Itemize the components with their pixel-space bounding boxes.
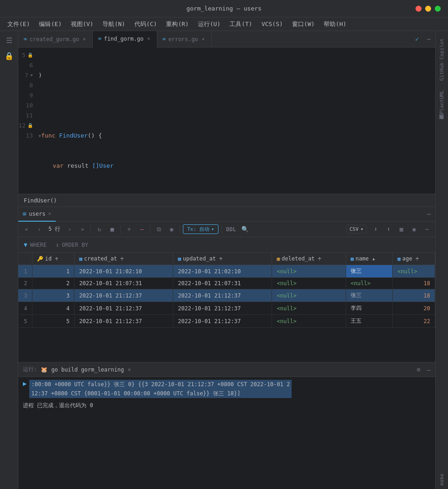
code-line-9: GLOBAL_DB.Where( query: "name = ?", args… xyxy=(38,191,435,192)
main-layout: ☰ 🔒 ∞ created_gorm.go × ∞ find_gorm.go ×… xyxy=(0,31,448,489)
tab-created-gorm[interactable]: ∞ created_gorm.go × xyxy=(18,31,93,48)
sidebar-icon-lock[interactable]: 🔒 xyxy=(2,48,16,63)
table-row[interactable]: 332022-10-01 21:12:372022-10-01 21:12:37… xyxy=(18,289,435,302)
menu-file[interactable]: 文件(E) xyxy=(4,19,33,29)
th-updated-at[interactable]: ▦updated_at ÷ xyxy=(173,253,272,265)
toolbar-more-button[interactable]: ⋯ xyxy=(421,224,432,235)
row-num-cell: 4 xyxy=(18,302,32,315)
code-content[interactable]: ) ▼func FindUser() { var result []User G… xyxy=(38,49,435,192)
menu-view[interactable]: 视图(V) xyxy=(67,19,97,29)
toolbar-sep-4 xyxy=(180,225,180,234)
right-sidebar-plantuml[interactable]: PlantUML xyxy=(437,86,447,118)
minimize-button[interactable] xyxy=(425,5,431,11)
table-row[interactable]: 112022-10-01 21:02:102022-10-01 21:02:10… xyxy=(18,265,435,278)
id-cell: 5 xyxy=(32,315,75,328)
eye-button[interactable]: ◉ xyxy=(166,224,177,235)
tab-icon-3: ∞ xyxy=(163,36,166,42)
right-sidebar-copilot[interactable]: GitHub Copilot xyxy=(437,35,447,85)
row-num-cell: 5 xyxy=(18,315,32,328)
menu-window[interactable]: 窗口(W) xyxy=(288,19,318,29)
menu-tools[interactable]: 工具(T) xyxy=(226,19,256,29)
db-table: 🔑id ÷ ▦created_at ÷ ▦updated_at ÷ ▦delet… xyxy=(18,253,435,328)
duplicate-button[interactable]: ⧉ xyxy=(153,224,164,235)
terminal-settings-icon[interactable]: ⚙ xyxy=(417,366,421,373)
remove-row-button[interactable]: – xyxy=(136,224,147,235)
maximize-button[interactable] xyxy=(435,5,441,11)
line-numbers: 5 🔒 6 7 ▼ 8 9 10 11 12 🔒 13 xyxy=(18,49,38,192)
tx-dropdown[interactable]: Tx: 自动 ▾ xyxy=(183,224,218,234)
table-row[interactable]: 552022-10-01 21:12:372022-10-01 21:12:37… xyxy=(18,315,435,328)
tab-icon-1: ∞ xyxy=(24,36,27,42)
age-cell: 18 xyxy=(393,278,435,289)
db-table-container[interactable]: 🔑id ÷ ▦created_at ÷ ▦updated_at ÷ ▦delet… xyxy=(18,253,435,362)
view-button[interactable]: ◉ xyxy=(409,224,420,235)
name-cell: 张三 xyxy=(346,265,393,278)
code-line-7: ▼func FindUser() { xyxy=(38,131,435,141)
stop-button[interactable]: ■ xyxy=(107,224,117,235)
th-id[interactable]: 🔑id ÷ xyxy=(32,253,75,265)
traffic-lights[interactable] xyxy=(416,5,441,11)
menu-help[interactable]: 帮助(H) xyxy=(320,19,350,29)
tab-close-3[interactable]: × xyxy=(201,35,206,43)
created-at-col-icon: ▦ xyxy=(79,256,82,262)
terminal-output-line-2: 12:37 +0800 CST {0001-01-01 00:00:00 +00… xyxy=(29,389,292,398)
th-name[interactable]: ▦name ▴ xyxy=(346,253,393,265)
nav-last-button[interactable]: » xyxy=(77,224,88,235)
nav-next-button[interactable]: › xyxy=(64,224,75,235)
terminal-cmd-close[interactable]: × xyxy=(128,367,131,373)
ddl-button[interactable]: DDL xyxy=(224,226,238,233)
refresh-button[interactable]: ↻ xyxy=(94,224,105,235)
tab-find-gorm[interactable]: ∞ find_gorm.go × xyxy=(93,31,157,48)
deleted-at-cell: <null> xyxy=(272,302,346,315)
db-tab-close[interactable]: × xyxy=(48,211,51,217)
terminal-minimize-icon[interactable]: – xyxy=(427,366,431,373)
tab-close-1[interactable]: × xyxy=(82,35,87,43)
orderby-filter[interactable]: ↕ ORDER BY xyxy=(56,242,88,248)
id-icon: 🔑 xyxy=(37,256,43,262)
th-deleted-at[interactable]: ▦deleted_at ÷ xyxy=(272,253,346,265)
db-tab-more[interactable]: ⋯ xyxy=(422,211,435,218)
terminal-exit-msg: 进程 已完成，退出代码为 0 xyxy=(23,402,93,409)
table-row[interactable]: 222022-10-01 21:07:312022-10-01 21:07:31… xyxy=(18,278,435,289)
csv-export-button[interactable]: CSV ▾ xyxy=(347,225,367,234)
where-filter[interactable]: ▼ WHERE xyxy=(24,241,47,248)
nav-first-button[interactable]: « xyxy=(21,224,32,235)
editor-tabs: ∞ created_gorm.go × ∞ find_gorm.go × ∞ e… xyxy=(18,31,435,48)
row-num-cell: 2 xyxy=(18,278,32,289)
created-at-cell: 2022-10-01 21:12:37 xyxy=(75,315,173,328)
table-view-button[interactable]: ▦ xyxy=(396,224,407,235)
updated-at-col-icon: ▦ xyxy=(178,256,181,262)
table-row[interactable]: 442022-10-01 21:12:372022-10-01 21:12:37… xyxy=(18,302,435,315)
right-sidebar-db[interactable]: 数据库 xyxy=(437,120,447,127)
created-at-cell: 2022-10-01 21:07:31 xyxy=(75,278,173,289)
export-button[interactable]: ⬇ xyxy=(370,224,381,235)
import-button[interactable]: ⬆ xyxy=(383,224,394,235)
sidebar-icon-list[interactable]: ☰ xyxy=(2,33,16,48)
tab-icon-2: ∞ xyxy=(98,36,101,42)
tx-label: Tx: 自动 xyxy=(187,226,209,233)
toolbar-sep-2 xyxy=(120,225,121,234)
tab-close-2[interactable]: × xyxy=(146,35,151,43)
id-cell: 2 xyxy=(32,278,75,289)
right-sidebar-make[interactable]: make xyxy=(437,470,447,489)
terminal-cmd: go build gorm_learning xyxy=(51,367,124,373)
tab-more[interactable]: ⋯ xyxy=(422,36,435,43)
nav-prev-button[interactable]: ‹ xyxy=(34,224,45,235)
menu-edit[interactable]: 编辑(E) xyxy=(35,19,65,29)
line-num-10: 10 xyxy=(26,101,33,111)
menu-run[interactable]: 运行(U) xyxy=(194,19,224,29)
db-tab-users[interactable]: ⊞ users × xyxy=(18,207,56,222)
age-cell: 22 xyxy=(393,315,435,328)
search-db-button[interactable]: 🔍 xyxy=(240,224,251,235)
db-filter-bar: ▼ WHERE ↕ ORDER BY xyxy=(18,237,435,253)
name-cell: 张三 xyxy=(346,289,393,302)
close-button[interactable] xyxy=(416,5,421,11)
th-created-at[interactable]: ▦created_at ÷ xyxy=(75,253,173,265)
tab-errors[interactable]: ∞ errors.go × xyxy=(157,31,212,48)
add-row-button[interactable]: + xyxy=(123,224,134,235)
th-age[interactable]: ▦age ÷ xyxy=(393,253,435,265)
menu-vcs[interactable]: VCS(S) xyxy=(258,20,287,28)
menu-nav[interactable]: 导航(N) xyxy=(99,19,128,29)
menu-refactor[interactable]: 重构(R) xyxy=(162,19,192,29)
menu-code[interactable]: 代码(C) xyxy=(131,19,160,29)
